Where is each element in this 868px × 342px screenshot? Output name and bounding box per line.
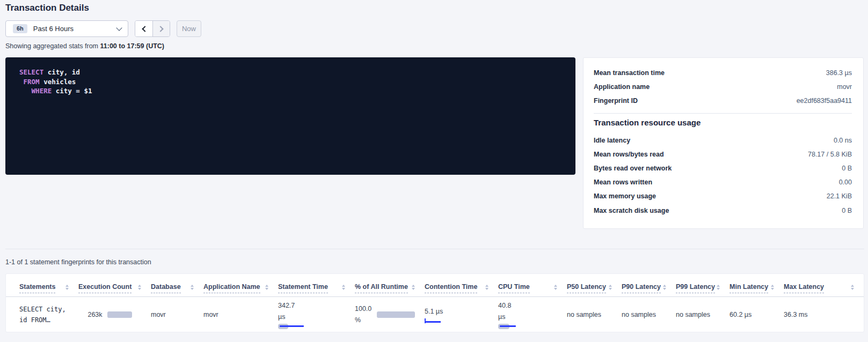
stats-caption-range: 11:00 to 17:59 (UTC)	[100, 42, 164, 50]
column-header-runtime-pct[interactable]: % of All Runtime	[355, 274, 425, 296]
column-header-cpu-time[interactable]: CPU Time	[498, 274, 567, 296]
summary-row: Application name movr	[594, 80, 852, 94]
cell-cpu-time: 40.8 µs	[498, 297, 567, 332]
statement-time-bar	[278, 324, 308, 329]
column-header-p50-latency[interactable]: P50 Latency	[567, 274, 622, 296]
summary-label: Fingerprint ID	[594, 97, 638, 105]
next-range-button[interactable]	[152, 21, 170, 36]
sort-icon	[65, 285, 69, 291]
cell-database: movr	[151, 297, 203, 332]
arrow-right-icon	[157, 26, 163, 32]
summary-value: 22.1 KiB	[827, 192, 852, 200]
runtime-pct-bar	[377, 311, 415, 318]
range-step-buttons	[135, 20, 170, 37]
summary-value: 386.3 µs	[826, 69, 852, 77]
cell-statement: SELECT city, id FROM…	[19, 297, 78, 332]
summary-value: ee2df683f5aa9411	[797, 97, 852, 105]
transaction-details-page: Transaction Details 6h Past 6 Hours Now …	[0, 0, 868, 342]
column-header-p99-latency[interactable]: P99 Latency	[676, 274, 730, 296]
column-header-max-latency[interactable]: Max Latency	[784, 274, 864, 296]
time-range-label: Past 6 Hours	[33, 25, 117, 33]
execution-count-bar	[107, 311, 132, 318]
transaction-summary-panel: Mean transaction time 386.3 µs Applicati…	[583, 57, 864, 229]
statements-count-caption: 1-1 of 1 statement fingerprints for this…	[5, 258, 151, 266]
summary-row: Fingerprint ID ee2df683f5aa9411	[594, 94, 852, 108]
sql-keyword: FROM	[24, 78, 40, 86]
cell-application-name: movr	[203, 297, 278, 332]
cell-execution-count: 263k	[78, 297, 151, 332]
summary-value: 78.17 / 5.8 KiB	[808, 151, 852, 158]
sort-icon	[265, 285, 268, 291]
now-button[interactable]: Now	[177, 20, 201, 37]
summary-row: Mean rows/bytes read 78.17 / 5.8 KiB	[594, 147, 852, 161]
summary-value: 0.0 ns	[834, 137, 852, 144]
resource-usage-heading: Transaction resource usage	[594, 118, 852, 127]
sql-line: WHERE city = $1	[19, 86, 575, 96]
sql-keyword: SELECT	[19, 68, 43, 76]
prev-range-button[interactable]	[135, 21, 152, 36]
summary-row: Max memory usage 22.1 KiB	[594, 189, 852, 203]
sort-icon	[851, 285, 854, 291]
sort-icon	[342, 285, 345, 291]
sort-icon	[191, 285, 194, 291]
cell-contention-time: 5.1 µs	[425, 297, 498, 332]
sort-icon	[554, 285, 557, 291]
column-header-execution-count[interactable]: Execution Count	[78, 274, 151, 296]
cpu-time-bar	[498, 324, 528, 329]
time-range-badge: 6h	[13, 24, 27, 33]
time-controls: 6h Past 6 Hours Now	[5, 20, 201, 37]
sort-icon	[609, 285, 612, 291]
sql-line: SELECT city, id	[19, 68, 575, 77]
aggregated-stats-caption: Showing aggregated stats from 11:00 to 1…	[5, 42, 164, 50]
statement-row: SELECT city, id FROM… 263k movr movr 342…	[6, 297, 864, 332]
summary-value: 0 B	[842, 207, 852, 214]
summary-row: Max scratch disk usage 0 B	[594, 204, 852, 218]
section-divider	[5, 249, 864, 249]
column-header-contention-time[interactable]: Contention Time	[425, 274, 498, 296]
summary-row: Mean transaction time 386.3 µs	[594, 66, 852, 80]
sql-keyword: WHERE	[32, 87, 52, 95]
time-range-dropdown[interactable]: 6h Past 6 Hours	[5, 20, 128, 37]
summary-label: Mean rows written	[594, 179, 652, 186]
summary-label: Application name	[594, 83, 650, 91]
sort-icon	[485, 285, 488, 291]
summary-value: 0.00	[839, 179, 852, 186]
sort-icon	[412, 285, 415, 291]
cell-p50-latency: no samples	[567, 297, 622, 332]
summary-divider	[594, 113, 852, 114]
sort-icon	[663, 285, 666, 291]
contention-time-bar	[425, 318, 442, 323]
summary-label: Mean transaction time	[594, 69, 665, 77]
summary-label: Max scratch disk usage	[594, 207, 669, 214]
column-header-statement-time[interactable]: Statement Time	[278, 274, 355, 296]
summary-row: Mean rows written 0.00	[594, 175, 852, 189]
column-header-application-name[interactable]: Application Name	[203, 274, 278, 296]
sql-line: FROM vehicles	[19, 77, 575, 87]
summary-label: Mean rows/bytes read	[594, 151, 664, 158]
summary-row: Bytes read over network 0 B	[594, 161, 852, 175]
cell-max-latency: 36.3 ms	[784, 297, 864, 332]
statements-table: Statements Execution Count Database Appl…	[5, 273, 864, 332]
page-title: Transaction Details	[5, 3, 89, 13]
cell-min-latency: 60.2 µs	[730, 297, 784, 332]
column-header-database[interactable]: Database	[151, 274, 203, 296]
sort-icon	[138, 285, 141, 291]
sort-icon	[771, 285, 774, 291]
stats-caption-prefix: Showing aggregated stats from	[5, 42, 98, 50]
arrow-left-icon	[142, 26, 148, 32]
summary-value: 0 B	[842, 165, 852, 172]
summary-value: movr	[837, 83, 852, 91]
summary-label: Max memory usage	[594, 192, 656, 200]
cell-runtime-pct: 100.0 %	[355, 297, 425, 332]
summary-row: Idle latency 0.0 ns	[594, 133, 852, 147]
cell-p90-latency: no samples	[622, 297, 676, 332]
statement-link[interactable]: SELECT city, id FROM…	[19, 304, 69, 325]
sql-statement-box: SELECT city, id FROM vehicles WHERE city…	[5, 57, 575, 175]
statements-table-header: Statements Execution Count Database Appl…	[6, 274, 864, 297]
chevron-down-icon	[116, 25, 122, 31]
column-header-min-latency[interactable]: Min Latency	[730, 274, 784, 296]
cell-p99-latency: no samples	[676, 297, 730, 332]
column-header-statements[interactable]: Statements	[19, 274, 78, 296]
summary-label: Bytes read over network	[594, 165, 672, 172]
column-header-p90-latency[interactable]: P90 Latency	[622, 274, 676, 296]
